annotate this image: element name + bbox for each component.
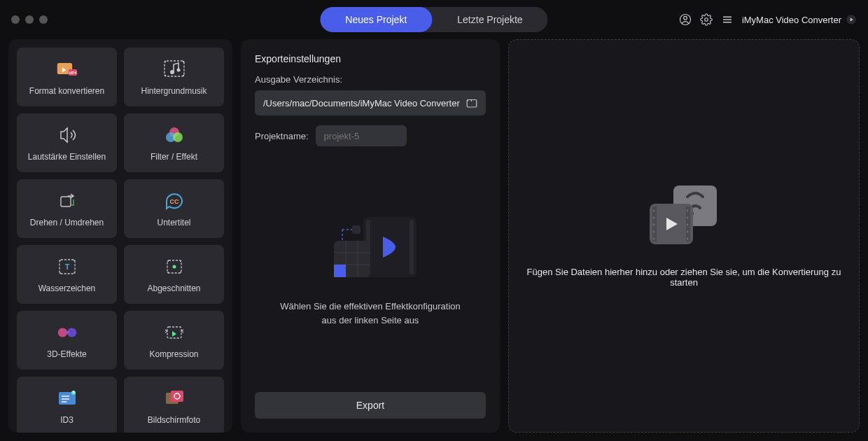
menu-icon[interactable] — [721, 13, 734, 26]
file-dropzone[interactable]: Fügen Sie Dateien hierher hinzu oder zie… — [508, 39, 860, 433]
tool-label: Hintergrundmusik — [141, 86, 206, 96]
project-tab-switcher: Neues Projekt Letzte Projekte — [320, 7, 547, 32]
svg-point-69 — [687, 210, 689, 212]
svg-point-21 — [173, 132, 183, 142]
tool-label: Wasserzeichen — [38, 284, 96, 293]
user-icon[interactable] — [679, 13, 692, 26]
tool-screenshot[interactable]: Bildschirmfoto — [124, 377, 224, 433]
svg-text:MP4: MP4 — [69, 71, 76, 75]
crop-icon — [163, 255, 186, 278]
titlebar: Neues Projekt Letzte Projekte iMyMac Vid… — [0, 0, 868, 39]
svg-point-27 — [74, 260, 75, 261]
svg-point-35 — [180, 272, 181, 273]
tool-crop[interactable]: Abgeschnitten — [124, 245, 224, 304]
svg-point-70 — [687, 217, 689, 219]
tab-new-project[interactable]: Neues Projekt — [320, 7, 432, 32]
tool-label: Kompression — [149, 349, 198, 359]
rotate-flip-icon — [56, 190, 78, 212]
3d-effects-icon — [56, 321, 78, 344]
svg-point-11 — [164, 61, 165, 62]
svg-rect-51 — [410, 220, 414, 274]
background-music-icon — [163, 58, 186, 80]
project-name-label: Projektname: — [255, 131, 309, 141]
window-controls — [11, 15, 48, 24]
minimize-window-button[interactable] — [25, 15, 34, 24]
svg-rect-57 — [334, 265, 346, 277]
svg-point-18 — [66, 141, 67, 142]
output-dir-value: /Users/mac/Documents/iMyMac Video Conver… — [263, 98, 463, 108]
dropzone-icon — [645, 184, 722, 247]
screenshot-icon — [163, 387, 186, 410]
svg-text:CC: CC — [169, 198, 178, 205]
output-dir-label: Ausgabe Verzeichnis: — [255, 74, 486, 85]
tool-id3[interactable]: ID3 — [17, 377, 117, 433]
output-dir-field[interactable]: /Users/mac/Documents/iMyMac Video Conver… — [255, 90, 486, 115]
svg-point-64 — [653, 210, 655, 212]
tool-watermark[interactable]: TWasserzeichen — [17, 245, 117, 304]
tool-background-music[interactable]: Hintergrundmusik — [124, 48, 224, 106]
tool-label: Filter / Effekt — [150, 152, 197, 162]
tab-recent-projects[interactable]: Letzte Projekte — [432, 7, 547, 32]
export-help-text: Wählen Sie die effektiven Effektkonfigur… — [280, 300, 461, 327]
tool-subtitle[interactable]: CCUntertitel — [124, 179, 224, 238]
export-button[interactable]: Export — [255, 392, 486, 419]
svg-point-66 — [653, 224, 655, 226]
subtitle-icon: CC — [163, 190, 186, 212]
svg-point-31 — [172, 265, 176, 269]
play-badge-icon — [846, 14, 857, 25]
svg-point-13 — [164, 75, 165, 76]
svg-point-28 — [59, 272, 61, 274]
watermark-icon: T — [56, 255, 78, 278]
project-name-input[interactable] — [316, 125, 407, 146]
svg-point-71 — [687, 224, 689, 226]
app-title-text: iMyMac Video Converter — [742, 15, 841, 25]
tool-label: Abgeschnitten — [147, 284, 200, 293]
dropzone-text: Fügen Sie Dateien hierher hinzu oder zie… — [523, 267, 845, 288]
tool-label: Bildschirmfoto — [148, 415, 200, 425]
svg-point-65 — [653, 217, 655, 219]
tool-label: Lautstärke Einstellen — [28, 152, 106, 162]
app-title: iMyMac Video Converter — [742, 14, 857, 25]
tool-label: Untertitel — [157, 218, 190, 227]
compression-icon — [163, 321, 186, 344]
svg-rect-58 — [352, 225, 360, 234]
tool-3d-effects[interactable]: 3D-Effekte — [17, 311, 117, 370]
svg-point-16 — [176, 69, 180, 72]
browse-folder-button[interactable] — [463, 94, 480, 111]
svg-point-29 — [74, 272, 75, 274]
format-convert-icon: MP4 — [56, 58, 78, 80]
tool-label: ID3 — [60, 415, 74, 425]
svg-point-32 — [167, 260, 169, 262]
export-title: Exporteinstellungen — [255, 53, 486, 64]
svg-point-34 — [167, 272, 169, 273]
svg-point-68 — [653, 238, 655, 240]
volume-adjust-icon — [56, 124, 78, 146]
effect-illustration-icon — [321, 211, 419, 288]
tool-sidebar: MP4Format konvertierenHintergrundmusikLa… — [8, 39, 232, 433]
svg-point-26 — [59, 260, 61, 261]
svg-point-2 — [705, 18, 708, 22]
svg-point-17 — [66, 128, 67, 130]
svg-text:T: T — [64, 262, 69, 271]
svg-point-12 — [182, 61, 183, 62]
tool-filter-effect[interactable]: Filter / Effekt — [124, 113, 224, 172]
close-window-button[interactable] — [11, 15, 20, 24]
tool-rotate-flip[interactable]: Drehen / Umdrehen — [17, 179, 117, 238]
svg-point-73 — [687, 238, 689, 240]
tool-compression[interactable]: Kompression — [124, 311, 224, 370]
svg-point-1 — [684, 16, 687, 20]
tool-label: 3D-Effekte — [47, 349, 86, 359]
maximize-window-button[interactable] — [39, 15, 48, 24]
svg-point-14 — [182, 75, 183, 76]
svg-rect-38 — [65, 331, 69, 334]
filter-effect-icon — [163, 124, 186, 146]
id3-icon — [56, 387, 78, 410]
tool-label: Drehen / Umdrehen — [30, 218, 104, 227]
svg-point-67 — [653, 231, 655, 233]
tool-format-convert[interactable]: MP4Format konvertieren — [17, 48, 117, 106]
svg-rect-46 — [171, 391, 183, 402]
svg-point-72 — [687, 231, 689, 233]
svg-rect-22 — [61, 197, 71, 206]
tool-volume-adjust[interactable]: Lautstärke Einstellen — [17, 113, 117, 172]
gear-icon[interactable] — [700, 13, 713, 26]
